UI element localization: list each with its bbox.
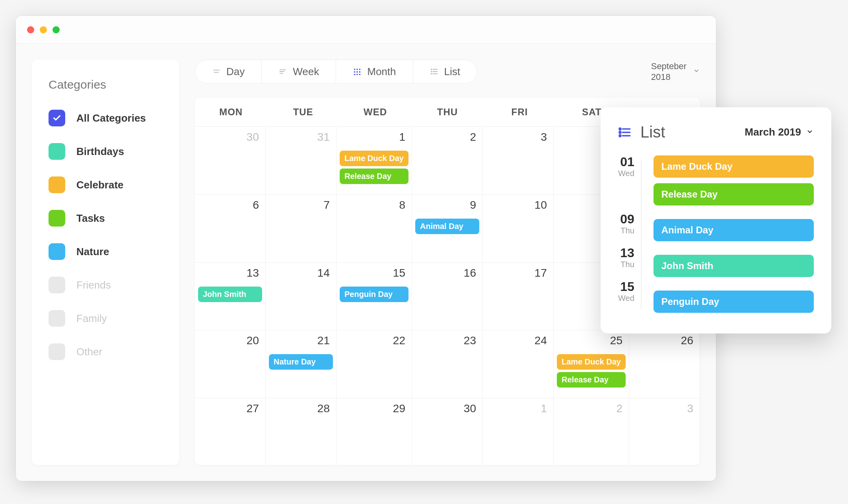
svg-point-8 — [354, 71, 356, 73]
svg-point-12 — [356, 74, 358, 76]
calendar-cell[interactable]: 8 — [336, 195, 412, 263]
list-day-number: 15 — [618, 280, 634, 293]
calendar-event[interactable]: Lame Duck Day — [557, 354, 626, 370]
calendar-cell[interactable]: 2 — [412, 127, 483, 195]
category-color-chip — [49, 143, 65, 160]
svg-point-25 — [619, 135, 621, 136]
calendar-cell[interactable]: 25Lame Duck DayRelease Day — [554, 330, 629, 398]
calendar-cell[interactable]: 26 — [629, 330, 700, 398]
weekday-header: WED — [339, 98, 411, 126]
calendar-cell[interactable]: 3 — [483, 127, 554, 195]
svg-point-17 — [431, 69, 432, 70]
category-label: Birthdays — [76, 145, 124, 158]
svg-point-11 — [354, 74, 356, 76]
calendar-cell[interactable]: 6 — [195, 195, 266, 263]
month-icon — [353, 67, 362, 76]
day-number: 14 — [317, 267, 330, 279]
day-number: 30 — [247, 131, 259, 143]
category-item[interactable]: Family — [49, 310, 162, 327]
list-panel: List March 2019 01Wed09Thu13Thu15Wed Lam… — [601, 107, 831, 333]
day-number: 21 — [317, 334, 330, 347]
day-number: 31 — [317, 131, 330, 143]
calendar-cell[interactable]: 1Lame Duck DayRelease Day — [336, 127, 412, 195]
calendar-cell[interactable]: 13John Smith — [195, 263, 266, 331]
category-label: All Categories — [76, 112, 146, 124]
category-item[interactable]: Celebrate — [49, 176, 162, 193]
calendar-cell[interactable]: 1 — [483, 398, 554, 465]
chevron-down-icon — [693, 66, 700, 77]
calendar-cell[interactable]: 15Penguin Day — [336, 263, 412, 331]
calendar-cell[interactable]: 9Animal Day — [412, 195, 483, 263]
period-line1: Septeber — [651, 61, 687, 72]
category-label: Family — [76, 312, 107, 325]
day-number: 2 — [470, 131, 476, 143]
calendar-event[interactable]: Release Day — [557, 372, 626, 388]
day-number: 24 — [535, 334, 547, 347]
list-event[interactable]: Release Day — [654, 183, 814, 205]
window-zoom-button[interactable] — [53, 26, 60, 33]
calendar-cell[interactable]: 16 — [412, 263, 483, 331]
calendar-cell[interactable]: 30 — [412, 398, 483, 465]
window-close-button[interactable] — [27, 26, 34, 33]
calendar-event[interactable]: Release Day — [340, 169, 408, 184]
calendar-cell[interactable]: 23 — [412, 330, 483, 398]
week-icon — [278, 67, 287, 76]
calendar-cell[interactable]: 28 — [266, 398, 336, 465]
view-tab-day[interactable]: Day — [195, 60, 262, 83]
calendar-event[interactable]: Nature Day — [269, 354, 333, 370]
list-event[interactable]: Penguin Day — [654, 291, 814, 313]
category-item[interactable]: Tasks — [49, 210, 162, 227]
svg-point-7 — [359, 69, 361, 70]
category-item[interactable]: Birthdays — [49, 143, 162, 160]
check-icon — [53, 114, 61, 122]
calendar-event[interactable]: Penguin Day — [340, 287, 408, 302]
calendar-cell[interactable]: 29 — [336, 398, 412, 465]
view-tab-week[interactable]: Week — [262, 60, 336, 83]
list-period-select[interactable]: March 2019 — [745, 126, 814, 138]
period-line2: 2018 — [651, 72, 687, 83]
calendar-cell[interactable]: 14 — [266, 263, 336, 331]
sidebar-title: Categories — [49, 78, 162, 91]
day-number: 29 — [393, 402, 405, 415]
calendar-event[interactable]: Animal Day — [415, 219, 479, 234]
calendar-event[interactable]: Lame Duck Day — [340, 151, 408, 166]
calendar-cell[interactable]: 10 — [483, 195, 554, 263]
view-tabs: DayWeekMonthList — [195, 60, 477, 83]
view-tab-label: Week — [293, 66, 319, 78]
view-tab-list[interactable]: List — [413, 60, 477, 83]
category-item[interactable]: Nature — [49, 243, 162, 260]
day-number: 25 — [610, 334, 622, 347]
calendar-cell[interactable]: 17 — [483, 263, 554, 331]
calendar-cell[interactable]: 27 — [195, 398, 266, 465]
list-icon — [618, 126, 632, 139]
view-tab-month[interactable]: Month — [336, 60, 413, 83]
day-number: 9 — [470, 199, 476, 211]
category-item[interactable]: Friends — [49, 277, 162, 293]
category-item[interactable]: All Categories — [49, 110, 162, 126]
list-event[interactable]: John Smith — [654, 255, 814, 277]
period-select[interactable]: Septeber 2018 — [651, 61, 700, 83]
calendar-cell[interactable]: 7 — [266, 195, 336, 263]
calendar-cell[interactable]: 31 — [266, 127, 336, 195]
list-event[interactable]: Lame Duck Day — [654, 155, 814, 178]
calendar-cell[interactable]: 20 — [195, 330, 266, 398]
calendar-cell[interactable]: 30 — [195, 127, 266, 195]
list-day-weekday: Thu — [618, 226, 634, 235]
calendar-cell[interactable]: 2 — [554, 398, 629, 465]
view-tab-label: Day — [226, 66, 245, 78]
category-label: Celebrate — [76, 179, 124, 191]
list-event[interactable]: Animal Day — [654, 219, 814, 241]
weekday-header: FRI — [484, 98, 556, 126]
calendar-cell[interactable]: 3 — [629, 398, 700, 465]
category-label: Tasks — [76, 212, 105, 225]
toolbar: DayWeekMonthList Septeber 2018 — [195, 60, 700, 83]
window-minimize-button[interactable] — [40, 26, 47, 33]
calendar-cell[interactable]: 24 — [483, 330, 554, 398]
day-number: 30 — [464, 402, 476, 415]
calendar-cell[interactable]: 22 — [336, 330, 412, 398]
category-color-chip — [49, 110, 65, 126]
calendar-cell[interactable]: 21Nature Day — [266, 330, 336, 398]
category-color-chip — [49, 243, 65, 260]
category-item[interactable]: Other — [49, 343, 162, 360]
calendar-event[interactable]: John Smith — [198, 287, 262, 302]
